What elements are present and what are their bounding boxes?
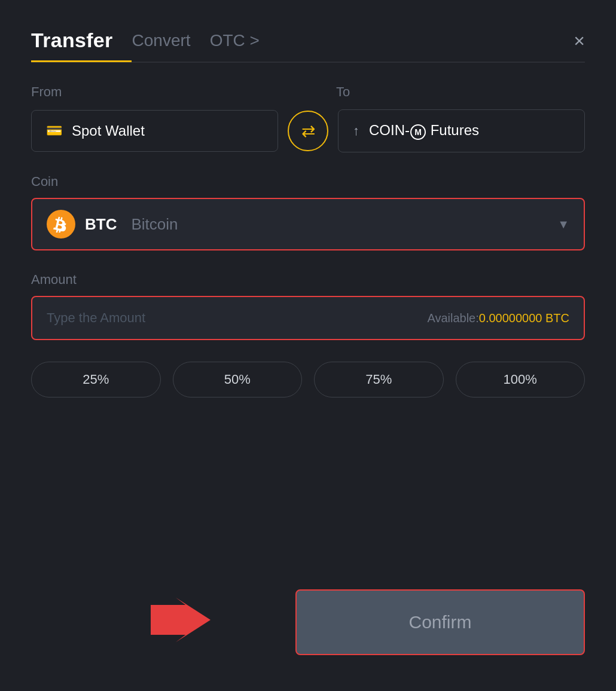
coin-label: Coin	[31, 174, 585, 189]
btc-icon	[47, 210, 75, 239]
to-label: To	[336, 84, 350, 100]
coin-selector[interactable]: BTC Bitcoin ▼	[31, 198, 585, 250]
coin-full-name: Bitcoin	[131, 215, 178, 234]
coin-section: Coin BTC Bitcoin ▼	[31, 174, 585, 250]
amount-input-container[interactable]: Type the Amount Available: 0.00000000 BT…	[31, 296, 585, 340]
percent-25-button[interactable]: 25%	[31, 362, 161, 398]
wallet-icon: 💳	[46, 123, 62, 139]
arrow-icon	[151, 593, 211, 647]
amount-section: Amount Type the Amount Available: 0.0000…	[31, 272, 585, 340]
tab-transfer[interactable]: Transfer	[31, 29, 113, 52]
swap-button[interactable]: ⇄	[288, 111, 328, 151]
bottom-area: Confirm	[31, 589, 585, 655]
from-label: From	[31, 84, 288, 100]
percent-100-button[interactable]: 100%	[456, 362, 585, 398]
modal-header: Transfer Convert OTC > ×	[31, 29, 585, 52]
available-amount: 0.00000000 BTC	[479, 311, 569, 325]
tab-underline-container	[31, 62, 585, 63]
transfer-modal: Transfer Convert OTC > × From To 💳 Spot …	[0, 0, 616, 691]
confirm-button[interactable]: Confirm	[295, 589, 585, 655]
from-to-labels: From To	[31, 84, 585, 100]
from-to-row: 💳 Spot Wallet ⇄ ↑ COIN-M Futures	[31, 109, 585, 152]
swap-icon: ⇄	[301, 121, 315, 141]
coin-symbol: BTC	[85, 215, 117, 234]
svg-marker-0	[151, 598, 211, 643]
from-wallet-label: Spot Wallet	[72, 123, 145, 139]
from-to-section: From To 💳 Spot Wallet ⇄ ↑ COIN-M Futures	[31, 84, 585, 152]
amount-label: Amount	[31, 272, 585, 288]
futures-icon: ↑	[353, 123, 359, 139]
tab-otc[interactable]: OTC >	[210, 31, 260, 50]
chevron-down-icon: ▼	[557, 218, 569, 231]
percent-row: 25% 50% 75% 100%	[31, 362, 585, 398]
tab-active-underline	[31, 60, 132, 62]
percent-75-button[interactable]: 75%	[314, 362, 444, 398]
from-wallet-selector[interactable]: 💳 Spot Wallet	[31, 110, 278, 152]
amount-placeholder: Type the Amount	[47, 310, 427, 326]
to-wallet-label: COIN-M Futures	[369, 122, 479, 140]
arrow-indicator	[151, 593, 211, 649]
tab-convert[interactable]: Convert	[132, 31, 191, 50]
close-button[interactable]: ×	[574, 31, 585, 50]
to-wallet-selector[interactable]: ↑ COIN-M Futures	[338, 109, 585, 152]
percent-50-button[interactable]: 50%	[173, 362, 303, 398]
available-label: Available:	[427, 311, 478, 325]
